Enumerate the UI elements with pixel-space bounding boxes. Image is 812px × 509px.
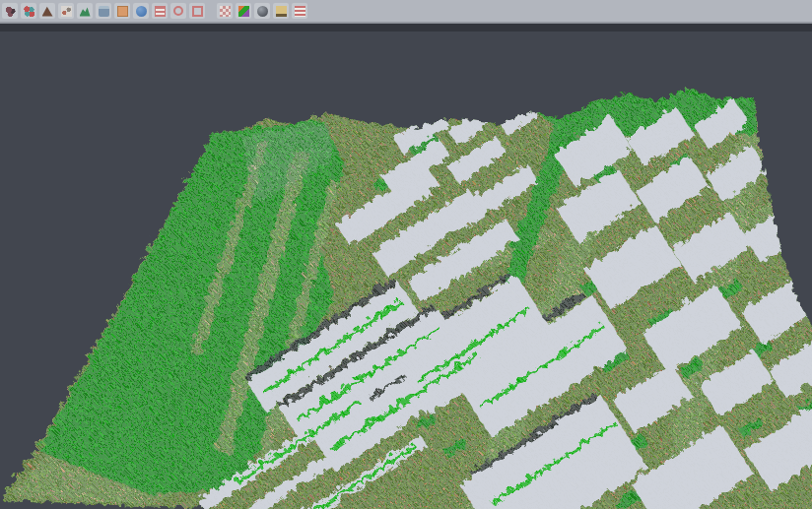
tile-selection-icon [220,6,231,17]
application-window [0,0,812,509]
terrain-model-button[interactable] [39,3,55,19]
register-points-button[interactable] [21,3,36,19]
globe-view-button[interactable] [133,3,149,19]
rotate-view-icon [173,6,183,16]
sparse-points-icon [61,6,72,17]
section-stack-icon [295,6,305,17]
crop-region-icon [192,6,203,17]
measure-marker-icon [276,6,287,17]
toolbar-separator [0,23,812,32]
terrain-point-cloud [0,71,812,509]
import-cloud-button[interactable] [2,3,18,19]
rotate-view-button[interactable] [170,3,186,19]
measure-marker-button[interactable] [273,3,289,19]
terrain-model-icon [42,6,53,17]
point-cloud-canvas[interactable] [0,32,812,509]
classification-colors-button[interactable] [236,3,251,19]
cross-sections-icon [155,6,166,17]
profile-view-button[interactable] [96,3,111,19]
register-points-icon [24,6,34,17]
main-toolbar [0,0,812,23]
crop-region-button[interactable] [189,3,205,19]
section-stack-button[interactable] [292,3,307,19]
cross-sections-button[interactable] [152,3,168,19]
classification-colors-icon [238,6,249,17]
dem-surface-button[interactable] [77,3,93,19]
sparse-points-button[interactable] [58,3,74,19]
clip-box-button[interactable] [114,3,130,19]
profile-view-icon [99,6,109,17]
globe-view-icon [136,6,147,17]
clip-box-icon [117,6,128,17]
tile-selection-button[interactable] [217,3,233,19]
3d-viewport[interactable] [0,32,812,509]
render-sphere-button[interactable] [254,3,270,19]
light-speckle-layer [0,71,812,509]
dem-surface-icon [80,6,91,17]
import-cloud-icon [5,6,16,17]
render-sphere-icon [257,6,268,17]
